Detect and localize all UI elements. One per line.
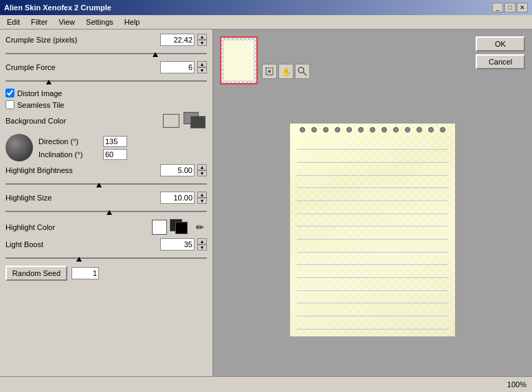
menu-edit[interactable]: Edit <box>3 16 24 27</box>
bg-color-swatch-1[interactable] <box>163 114 179 128</box>
right-top: ✋ OK Cancel <box>220 36 525 84</box>
notebook-line <box>297 253 448 266</box>
crumple-size-down[interactable]: ▼ <box>197 40 207 46</box>
crumple-force-down[interactable]: ▼ <box>197 67 207 73</box>
crumple-size-input[interactable] <box>160 34 195 46</box>
spiral-hole-13 <box>440 127 445 132</box>
highlight-size-up[interactable]: ▲ <box>197 192 207 198</box>
spiral-hole-2 <box>311 127 317 132</box>
distort-image-checkbox[interactable] <box>5 89 14 97</box>
highlight-color-swatch-group[interactable] <box>170 219 190 235</box>
highlight-size-slider[interactable] <box>5 207 207 216</box>
light-boost-input[interactable] <box>160 238 195 251</box>
menu-bar: Edit Filter View Settings Help <box>0 15 532 30</box>
menu-help[interactable]: Help <box>120 16 144 27</box>
notebook-line <box>297 201 448 214</box>
highlight-size-label: Highlight Size <box>5 194 157 202</box>
highlight-brightness-input[interactable] <box>160 164 195 176</box>
zoom-button[interactable] <box>295 64 310 79</box>
maximize-button[interactable]: □ <box>505 3 516 12</box>
bg-color-swatch-3[interactable] <box>190 116 206 128</box>
random-seed-button[interactable]: Random Seed <box>5 266 67 281</box>
ok-cancel-area: OK Cancel <box>476 36 525 69</box>
light-boost-up[interactable]: ▲ <box>197 238 207 244</box>
pan-button[interactable]: ✋ <box>278 64 293 79</box>
highlight-color-swatch-black-fg[interactable] <box>175 222 188 234</box>
notebook-lines <box>297 137 448 330</box>
highlight-brightness-up[interactable]: ▲ <box>197 164 207 170</box>
spiral-hole-10 <box>405 127 410 132</box>
pan-icon: ✋ <box>281 67 291 76</box>
seamless-tile-row: Seamless Tile <box>5 100 207 109</box>
distort-image-row: Distort Image <box>5 89 207 97</box>
cancel-button[interactable]: Cancel <box>476 54 525 69</box>
light-boost-down[interactable]: ▼ <box>197 244 207 251</box>
highlight-color-swatch-white[interactable] <box>152 220 167 235</box>
menu-view[interactable]: View <box>54 16 79 27</box>
menu-filter[interactable]: Filter <box>27 16 52 27</box>
spiral-hole-7 <box>370 127 375 132</box>
crumple-force-slider-track <box>5 80 207 82</box>
zoom-icon <box>298 67 307 76</box>
highlight-color-label: Highlight Color <box>5 223 149 231</box>
thumbnail-preview[interactable] <box>220 36 258 84</box>
random-seed-row: Random Seed <box>5 266 207 281</box>
light-boost-slider[interactable] <box>5 253 207 263</box>
select-region-button[interactable] <box>262 64 277 79</box>
hs-slider-thumb <box>107 210 112 215</box>
light-boost-spinner: ▲ ▼ <box>197 238 207 251</box>
minimize-button[interactable]: _ <box>492 3 503 12</box>
notebook-line <box>297 137 448 150</box>
bg-color-swatch-group[interactable] <box>184 112 207 130</box>
crumple-size-slider[interactable] <box>5 49 207 58</box>
toolbar-icons: ✋ <box>262 36 310 79</box>
random-seed-input[interactable] <box>71 267 99 279</box>
ok-button[interactable]: OK <box>476 36 525 51</box>
direction-section: Direction (°) Inclination (°) <box>5 134 207 161</box>
crumple-force-slider[interactable] <box>5 76 207 86</box>
crumple-size-up[interactable]: ▲ <box>197 34 207 40</box>
direction-fields: Direction (°) Inclination (°) <box>38 136 127 160</box>
bg-color-row: Background Color <box>5 112 207 130</box>
spiral-hole-1 <box>300 127 305 132</box>
lb-slider-thumb <box>76 257 82 262</box>
crumple-force-label: Crumple Force <box>5 63 157 71</box>
crumple-force-row: Crumple Force ▲ ▼ <box>5 61 207 73</box>
crumple-size-slider-thumb <box>153 52 158 57</box>
window-title: Alien Skin Xenofex 2 Crumple <box>4 3 111 12</box>
crumple-force-up[interactable]: ▲ <box>197 61 207 67</box>
lb-slider-track <box>5 257 207 259</box>
notebook-line <box>297 188 448 201</box>
thumbnail-inner <box>221 38 256 83</box>
zoom-level: 100% <box>507 380 527 389</box>
crumple-force-input[interactable] <box>160 61 195 73</box>
notebook-line <box>297 214 448 227</box>
spiral-hole-5 <box>346 127 352 132</box>
crumple-size-spinner: ▲ ▼ <box>197 34 207 46</box>
highlight-color-row: Highlight Color ✏ <box>5 219 207 235</box>
canvas-area <box>220 90 525 369</box>
status-bar: 100% <box>0 376 532 391</box>
sphere-icon <box>5 134 33 161</box>
direction-input[interactable] <box>103 136 127 147</box>
crumple-size-row: Crumple Size (pixels) ▲ ▼ <box>5 34 207 46</box>
highlight-size-input[interactable] <box>160 192 195 204</box>
spiral-hole-3 <box>323 127 329 132</box>
close-button[interactable]: ✕ <box>517 3 528 12</box>
menu-settings[interactable]: Settings <box>82 16 118 27</box>
distort-image-label: Distort Image <box>17 89 62 97</box>
window-controls[interactable]: _ □ ✕ <box>492 3 528 12</box>
highlight-brightness-slider[interactable] <box>5 179 207 189</box>
highlight-size-down[interactable]: ▼ <box>197 198 207 204</box>
highlight-brightness-label: Highlight Brightness <box>5 166 157 174</box>
notebook-line <box>297 265 448 278</box>
crumple-force-slider-thumb <box>46 80 52 84</box>
pencil-icon[interactable]: ✏ <box>193 220 207 234</box>
inclination-input[interactable] <box>103 149 127 160</box>
light-boost-label: Light Boost <box>5 240 157 249</box>
highlight-brightness-down[interactable]: ▼ <box>197 170 207 176</box>
seamless-tile-checkbox[interactable] <box>5 100 14 109</box>
bg-color-label: Background Color <box>5 117 159 125</box>
highlight-brightness-row: Highlight Brightness ▲ ▼ <box>5 164 207 176</box>
main-layout: Crumple Size (pixels) ▲ ▼ Crumple Force … <box>0 30 532 376</box>
